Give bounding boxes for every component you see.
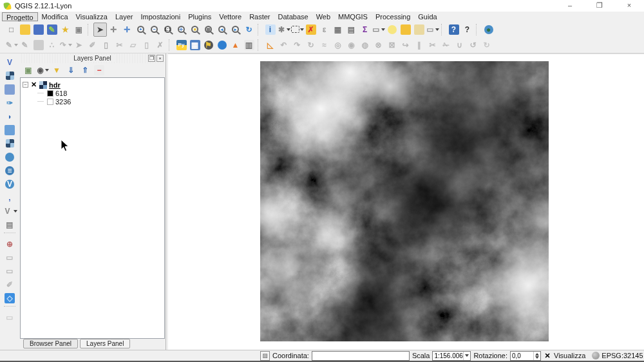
open-project-button[interactable] [18, 23, 32, 37]
composer-manager-button[interactable]: ▣ [72, 23, 86, 37]
identify-features-button[interactable]: i [263, 23, 277, 37]
panel-close-button[interactable]: × [156, 55, 164, 62]
python-console-button[interactable]: Py [175, 38, 188, 52]
select-by-expression-button[interactable]: ε [317, 23, 331, 37]
menu-plugins[interactable]: Plugins [184, 12, 215, 21]
save-project-as-button[interactable]: ✎ [45, 23, 59, 37]
zoom-native-button[interactable]: 1:1 [161, 23, 175, 37]
help-contents-button[interactable]: ? [447, 23, 460, 37]
add-raster-layer-button[interactable] [2, 69, 17, 82]
web-globe-button[interactable] [215, 38, 229, 52]
add-mssql-layer-button[interactable]: ◗ [2, 110, 17, 123]
pan-to-selection-button[interactable]: ✛ [120, 23, 134, 37]
legend-item-3236[interactable]: 3236 [21, 97, 164, 106]
rotation-spinbox[interactable]: 0,0 [510, 351, 541, 361]
chart-window-plugin-button[interactable]: ▥ [242, 38, 256, 52]
collapse-all-button[interactable]: ⇑ [79, 64, 91, 77]
new-project-button[interactable]: □ [5, 23, 18, 37]
coordinate-input[interactable] [312, 351, 410, 361]
zoom-in-button[interactable]: + [134, 23, 147, 37]
web-service-search-button[interactable]: ● [482, 23, 495, 37]
menu-guida[interactable]: Guida [414, 12, 440, 21]
expander-icon[interactable]: − [23, 82, 28, 88]
save-project-button[interactable] [32, 23, 45, 37]
text-annotation-dropdown-icon[interactable] [435, 28, 439, 31]
blue-geometry-tool-button[interactable]: ◇ [2, 291, 17, 305]
tab-browser-panel[interactable]: Browser Panel [23, 339, 78, 348]
remove-layer-button[interactable]: − [93, 64, 106, 77]
whats-this-button[interactable]: ? [460, 23, 474, 37]
menu-web[interactable]: Web [312, 12, 334, 21]
scale-combo[interactable]: 1:156.006 [432, 351, 471, 361]
close-button[interactable]: × [614, 0, 644, 12]
layer-row-hdr[interactable]: − ✕ hdr [21, 81, 164, 89]
zoom-next-button[interactable]: ▸ [229, 23, 242, 37]
restore-button[interactable]: ❐ [585, 0, 614, 12]
deselect-all-button[interactable]: ✗ [304, 23, 317, 37]
torch-plugin-button[interactable]: ▲ [229, 38, 242, 52]
menu-database[interactable]: Database [274, 12, 312, 21]
add-oracle-layer-button[interactable] [2, 123, 17, 137]
menu-modifica[interactable]: Modifica [38, 12, 72, 21]
layer-checkbox[interactable]: ✕ [30, 81, 37, 89]
layers-panel-titlebar[interactable]: Layers Panel ❐ × [19, 53, 166, 63]
grass-tools-button[interactable]: ⚑ [202, 38, 215, 52]
menu-impostazioni[interactable]: Impostazioni [137, 12, 184, 21]
menu-layer[interactable]: Layer [111, 12, 137, 21]
zoom-full-extent-button[interactable]: ✛ [175, 23, 188, 37]
refresh-map-button[interactable]: ↻ [242, 23, 256, 37]
new-spatialite-layer-button[interactable]: ▤ [2, 218, 17, 231]
pan-map-button[interactable]: ✛ [107, 23, 120, 37]
select-features-dropdown-icon[interactable] [300, 28, 304, 31]
zoom-out-button[interactable]: − [147, 23, 161, 37]
touch-zoom-pan-button[interactable]: ➤ [93, 23, 107, 37]
menu-vettore[interactable]: Vettore [215, 12, 245, 21]
text-annotation-button[interactable]: ▭ [426, 23, 439, 37]
menu-visualizza[interactable]: Visualizza [72, 12, 111, 21]
add-vector-layer-button[interactable]: V [2, 55, 17, 69]
measure-line-button[interactable]: ▭ [372, 23, 385, 37]
new-bookmark-button[interactable] [399, 23, 412, 37]
coordinate-toggle-button[interactable]: ▨ [260, 351, 270, 361]
gps-crosshair-button[interactable]: ⊕ [2, 237, 17, 251]
plugin-window-button[interactable]: ▦ [188, 38, 202, 52]
zoom-last-button[interactable]: ◂ [215, 23, 229, 37]
add-spatialite-layer-button[interactable]: ✑ [2, 96, 17, 110]
rotation-down-icon[interactable] [535, 356, 539, 359]
new-print-composer-button[interactable]: ★ [59, 23, 72, 37]
rotation-up-icon[interactable] [535, 353, 539, 356]
menu-raster[interactable]: Raster [245, 12, 274, 21]
zoom-to-layer-button[interactable]: ▦ [202, 23, 215, 37]
zoom-to-selection-button[interactable]: ■ [188, 23, 202, 37]
add-wfs-layer-button[interactable]: V [2, 177, 17, 191]
add-db2-layer-button[interactable] [2, 137, 17, 150]
map-tips-button[interactable] [385, 23, 399, 37]
field-calculator-button[interactable]: ▤ [345, 23, 358, 37]
menu-processing[interactable]: Processing [372, 12, 414, 21]
layer-tree[interactable]: − ✕ hdr 6183236 [20, 77, 165, 339]
statistical-summary-button[interactable]: Σ [358, 23, 372, 37]
tab-layers-panel[interactable]: Layers Panel [80, 339, 130, 348]
minimize-button[interactable]: – [555, 0, 585, 12]
layer-name[interactable]: hdr [49, 81, 61, 89]
render-checkbox[interactable]: ✕ [544, 352, 551, 359]
map-canvas[interactable] [168, 53, 644, 350]
add-wcs-layer-button[interactable]: ≡ [2, 164, 17, 177]
manage-layer-visibility-button[interactable]: ◉ [36, 64, 49, 77]
expand-all-button[interactable]: ⇓ [64, 64, 77, 77]
add-group-button[interactable]: ▣ [22, 64, 35, 77]
add-delimited-text-layer-button[interactable]: , [2, 191, 17, 204]
menu-mmqgis[interactable]: MMQGIS [334, 12, 372, 21]
manage-layer-visibility-dropdown-icon[interactable] [45, 69, 49, 71]
add-wms-layer-button[interactable] [2, 150, 17, 164]
panel-float-button[interactable]: ❐ [148, 55, 155, 62]
select-features-button[interactable] [290, 23, 304, 37]
cad-tools-button[interactable]: ◺ [263, 38, 277, 52]
legend-item-618[interactable]: 618 [21, 89, 164, 97]
filter-legend-button[interactable]: ▼ [50, 64, 63, 77]
show-bookmarks-button[interactable] [412, 23, 426, 37]
new-shapefile-layer-button[interactable]: V [2, 204, 17, 218]
open-attribute-table-button[interactable]: ▦ [331, 23, 345, 37]
new-shapefile-layer-dropdown-icon[interactable] [14, 210, 17, 213]
crs-status[interactable]: EPSG:32145 [592, 352, 643, 359]
